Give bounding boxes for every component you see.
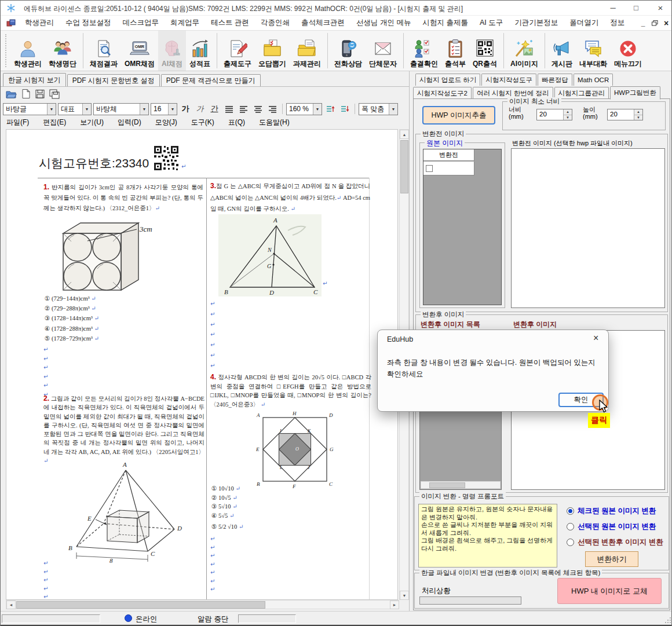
menu-attendance[interactable]: 출석체크관련 xyxy=(295,16,350,30)
resize-grip-icon[interactable] xyxy=(664,617,671,624)
hwp-menu-shape[interactable]: 모양(J) xyxy=(155,118,177,127)
menu-class-info[interactable]: 수업 정보설정 xyxy=(60,16,116,30)
height-spinner[interactable]: 20▲▼ xyxy=(607,109,643,120)
zoom-select[interactable]: 160 %▼ xyxy=(286,103,322,115)
row-checkbox[interactable] xyxy=(426,165,433,172)
italic-button[interactable]: 가 xyxy=(193,103,206,115)
width-spinner[interactable]: 20▲▼ xyxy=(536,109,572,120)
hwp-menu-input[interactable]: 입력(D) xyxy=(118,118,141,127)
prompt-textarea[interactable]: 그림 원본은 유지하고, 원본의 숫자나 문자내용은 변경하지 말아줘. 손으로… xyxy=(418,504,557,568)
hwp-menu-view[interactable]: 보기(U) xyxy=(80,118,104,127)
tab-hwp-exam-view[interactable]: 한글 시험지 보기 xyxy=(3,73,66,86)
toolbar-omr-grading[interactable]: OMR OMR채점 xyxy=(121,31,158,71)
scroll-down-button[interactable]: ▼ xyxy=(400,591,409,600)
tab-upload-exam[interactable]: 시험지 업로드 하기 xyxy=(415,74,480,86)
menu-org-info[interactable]: 기관기본정보 xyxy=(509,16,564,30)
font-select[interactable]: 바탕체▼ xyxy=(93,103,149,115)
convert-button[interactable]: 변환하기 xyxy=(585,551,638,567)
menu-print[interactable]: 각종인쇄 xyxy=(255,16,295,30)
spinner-buttons[interactable]: ▲▼ xyxy=(563,109,572,120)
scroll-right-button[interactable]: ► xyxy=(390,601,399,609)
hwp-menu-table[interactable]: 표(Q) xyxy=(228,118,245,127)
underline-button[interactable]: 간 xyxy=(208,103,221,115)
minimize-button[interactable]: ─ xyxy=(603,1,623,15)
toolbar-report-card[interactable]: 성적표 xyxy=(186,31,214,71)
hwp-menu-tools[interactable]: 도구(K) xyxy=(191,118,214,127)
tab-exam-authoring-tool[interactable]: 시험지작성도구 xyxy=(481,74,536,86)
radio-convert-checked-source[interactable]: 체크된 원본 이미지 변환 xyxy=(567,506,656,516)
menu-open-folder[interactable]: 폴더열기 xyxy=(564,16,604,30)
hwp-menu-edit[interactable]: 편집(E) xyxy=(43,118,66,127)
tab-quick-answers[interactable]: 빠른정답 xyxy=(538,74,572,86)
scroll-left-button[interactable]: ◄ xyxy=(6,601,16,609)
tab-pdf-to-multiple-choice[interactable]: PDF 문제 객관식으로 만들기 xyxy=(161,74,261,86)
toolbar-menu-off[interactable]: 메뉴끄기 xyxy=(611,31,645,71)
toolbar-exam-authoring[interactable]: 출제도구 xyxy=(220,31,255,71)
toolbar-ai-image[interactable]: AI이미지 xyxy=(507,31,542,71)
menu-teacher-personal[interactable]: 선생님 개인 메뉴 xyxy=(350,16,417,30)
scrollbar-thumb[interactable] xyxy=(16,601,265,609)
toolbar-wrong-answer-extract[interactable]: 오답뽑기 xyxy=(255,31,290,71)
toolbar-ai-grading[interactable]: AI채점 xyxy=(158,31,186,71)
table-row[interactable] xyxy=(423,162,474,175)
open-file-icon[interactable] xyxy=(5,89,17,99)
dialog-close-button[interactable]: × xyxy=(593,333,598,343)
menu-info[interactable]: 정보 xyxy=(604,16,630,30)
style-select[interactable]: 바탕글▼ xyxy=(3,103,56,115)
column-header[interactable]: 변환전 xyxy=(423,149,474,161)
spinner-buttons[interactable]: ▲▼ xyxy=(634,109,642,120)
toolbar-internal-chat[interactable]: 내부대화 xyxy=(576,31,611,71)
hwp-extract-button[interactable]: HWP 이미지추출 xyxy=(422,106,495,125)
preset-select[interactable]: 대표▼ xyxy=(58,103,92,115)
menu-accounting[interactable]: 회계업무 xyxy=(165,16,205,30)
save-as-icon[interactable] xyxy=(49,89,60,99)
align-center-button[interactable] xyxy=(251,103,264,115)
new-doc-icon[interactable] xyxy=(20,89,31,99)
list-hscrollbar[interactable] xyxy=(421,481,501,489)
mdi-close-button[interactable]: × xyxy=(660,17,672,29)
source-image-table[interactable]: 변환전 xyxy=(423,149,502,305)
scrollbar-thumb[interactable] xyxy=(400,140,408,193)
hwp-menu-help[interactable]: 도움말(H) xyxy=(259,118,290,127)
toolbar-attendance-book[interactable]: 출석부 xyxy=(441,31,469,71)
font-size-select[interactable]: 16▼ xyxy=(151,103,177,115)
tab-math-ocr[interactable]: Math OCR xyxy=(574,74,613,86)
toolbar-grading-results[interactable]: 채점결과 xyxy=(86,31,121,71)
mdi-restore-button[interactable] xyxy=(648,17,661,29)
line-spacing-increase-button[interactable] xyxy=(324,103,337,115)
radio-convert-selected-source[interactable]: 선택된 원본 이미지 변환 xyxy=(567,522,656,532)
toolbar-student-list[interactable]: 학생명단 xyxy=(45,31,80,71)
align-right-button[interactable] xyxy=(266,103,279,115)
scrollbar-thumb[interactable] xyxy=(429,482,465,488)
before-image-list[interactable] xyxy=(511,148,665,308)
menu-student-mgmt[interactable]: 학생관리 xyxy=(19,16,60,30)
menu-test[interactable]: 테스트 관련 xyxy=(205,16,255,30)
scroll-up-button[interactable]: ▲ xyxy=(400,130,409,139)
fit-select[interactable]: 폭 맞춤▼ xyxy=(359,103,398,115)
horizontal-scrollbar[interactable]: ◄ ► xyxy=(6,600,399,609)
radio-convert-selected-result[interactable]: 선택된 변환후 이미지 변환 xyxy=(567,537,663,547)
mdi-minimize-button[interactable]: _ xyxy=(637,17,649,29)
toolbar-group-sms[interactable]: 단체문자 xyxy=(366,31,400,71)
bold-button[interactable]: 가 xyxy=(179,103,192,115)
align-justify-button[interactable] xyxy=(222,103,235,115)
maximize-button[interactable]: □ xyxy=(626,1,646,15)
replace-hwp-images-button[interactable]: HWP 내 이미지로 교체 xyxy=(557,578,662,604)
toolbar-phone-consult[interactable]: 전화상담 xyxy=(331,31,366,71)
toolbar-attendance-check[interactable]: 출결확인 xyxy=(407,31,441,71)
tab-hwp-image-convert[interactable]: HWP그림변환 xyxy=(610,86,660,100)
toolbar-board[interactable]: 게시판 xyxy=(548,31,576,71)
menu-exam-tools[interactable]: 시험지 출제툴 xyxy=(417,16,473,30)
menu-desk-work[interactable]: 데스크업무 xyxy=(116,16,165,30)
tab-exam-group-mgmt[interactable]: 시험지그룹관리 xyxy=(554,87,609,99)
toolbar-qr-attendance[interactable]: QR출석 xyxy=(469,31,501,71)
close-button[interactable]: × xyxy=(651,1,670,15)
menu-ai-tools[interactable]: AI 도구 xyxy=(474,16,509,30)
document-page[interactable]: 시험고유번호:23340 ↵ 1. 반지름의 길이가 3cm인 공 8개가 사각… xyxy=(6,129,398,600)
save-icon[interactable] xyxy=(34,89,46,99)
line-spacing-decrease-button[interactable] xyxy=(338,103,351,115)
tab-pdf-question-numbers[interactable]: PDF 시험지 문항번호 설정 xyxy=(67,74,160,86)
toolbar-student-management[interactable]: 학생관리 xyxy=(10,31,45,71)
align-left-button[interactable] xyxy=(237,103,250,115)
toolbar-assignment-management[interactable]: 과제관리 xyxy=(290,31,324,71)
